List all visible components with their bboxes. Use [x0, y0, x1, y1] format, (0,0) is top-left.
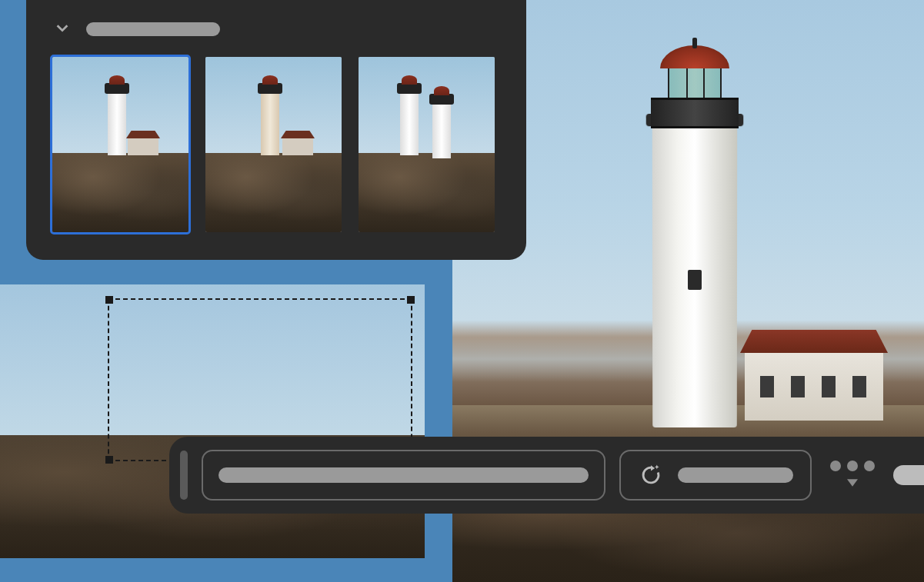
working-canvas[interactable]	[0, 284, 425, 558]
more-options-button[interactable]	[826, 461, 879, 490]
chevron-down-icon	[54, 19, 71, 39]
prompt-toolbar	[169, 437, 924, 514]
generate-button[interactable]	[619, 450, 812, 501]
panel-title	[86, 22, 220, 36]
variation-thumbnails	[52, 57, 500, 232]
toolbar-drag-handle[interactable]	[180, 451, 188, 500]
house-decoration	[745, 351, 883, 421]
collapse-toggle[interactable]	[52, 19, 72, 39]
prompt-placeholder-text	[218, 467, 589, 483]
variation-thumbnail-2[interactable]	[205, 57, 342, 232]
lighthouse-window-decoration	[688, 270, 702, 290]
variation-thumbnail-1[interactable]	[52, 57, 188, 232]
selection-handle-bottom-left[interactable]	[105, 456, 113, 464]
variations-panel-header	[52, 15, 500, 43]
variations-panel	[26, 0, 526, 260]
lighthouse-top-decoration	[651, 59, 739, 128]
selection-handle-top-right[interactable]	[407, 296, 415, 304]
sparkle-refresh-icon	[638, 462, 664, 488]
generate-button-label	[678, 467, 793, 483]
selection-handle-top-left[interactable]	[105, 296, 113, 304]
prompt-input[interactable]	[202, 450, 605, 501]
toolbar-overflow-pill[interactable]	[893, 465, 924, 485]
caret-down-icon	[847, 476, 858, 490]
variation-thumbnail-3[interactable]	[359, 57, 495, 232]
ellipsis-icon	[830, 461, 875, 471]
